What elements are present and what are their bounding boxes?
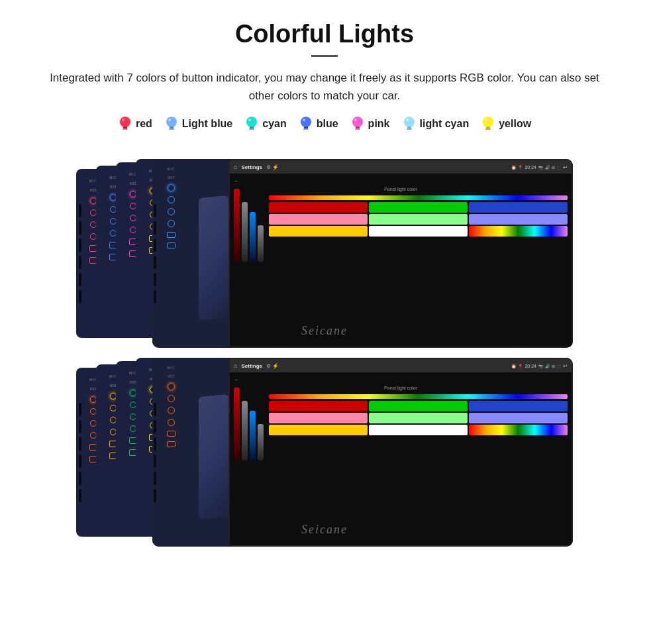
nav-icon: ⊠ bbox=[552, 165, 555, 170]
gray-slider-3[interactable] bbox=[242, 401, 248, 460]
svg-rect-11 bbox=[249, 129, 254, 130]
blue-slider-2[interactable] bbox=[250, 411, 256, 460]
color-label-red: red bbox=[136, 118, 152, 130]
gps-icon: 📍 bbox=[518, 165, 523, 170]
panel-light-label-2: Panel light color bbox=[234, 386, 568, 390]
nav-button[interactable] bbox=[168, 220, 175, 227]
vent-slot bbox=[79, 437, 81, 451]
home-button-2[interactable] bbox=[168, 395, 175, 402]
slider-wrapper bbox=[234, 388, 240, 460]
unit-left-panel-2: MIC RST bbox=[152, 358, 228, 547]
panel-light-label: Panel light color bbox=[234, 187, 568, 191]
color-item-blue: blue bbox=[299, 115, 338, 133]
vent-slot bbox=[79, 204, 81, 217]
bulb-yellow-icon bbox=[481, 115, 495, 133]
device-group-2: MIC RST MIC RST bbox=[17, 358, 632, 547]
device-stack-2: MIC RST MIC RST bbox=[76, 358, 573, 547]
slider-wrapper bbox=[234, 189, 240, 262]
vent-slot bbox=[79, 489, 81, 502]
slider-wrapper bbox=[250, 212, 256, 262]
gray-slider[interactable] bbox=[242, 202, 248, 262]
slider-wrapper bbox=[250, 411, 256, 460]
color-swatch-white-2[interactable] bbox=[369, 425, 468, 435]
screen-content-2: ← Panel light color bbox=[230, 372, 572, 545]
color-swatch-green[interactable] bbox=[369, 202, 468, 213]
mic-label: MIC bbox=[167, 167, 175, 171]
color-item-cyan: cyan bbox=[244, 115, 286, 133]
back-button[interactable] bbox=[168, 208, 175, 215]
color-swatch-blue-2[interactable] bbox=[469, 401, 568, 411]
color-swatch-rainbow-2[interactable] bbox=[469, 425, 568, 435]
screen-topbar-2: ⌂ Settings ⚙ ⚡ ⏰ 📍 20:24 📷 🔊 ⊠ ⬚ ↩ bbox=[230, 359, 572, 372]
vent-slot bbox=[79, 256, 81, 269]
vent-slot bbox=[154, 472, 156, 485]
screen-content-1: ← Panel light color bbox=[230, 174, 572, 347]
vol-button[interactable] bbox=[167, 232, 175, 238]
panel-decor bbox=[199, 394, 228, 519]
color-swatch-red-2[interactable] bbox=[269, 401, 368, 411]
nav-button-2[interactable] bbox=[168, 419, 175, 426]
svg-point-4 bbox=[122, 119, 125, 121]
svg-point-28 bbox=[485, 119, 487, 121]
red-slider-2[interactable] bbox=[234, 388, 240, 460]
time-display-2: 20:24 bbox=[524, 364, 536, 368]
back-button-2[interactable] bbox=[168, 407, 175, 414]
color-swatch-rainbow[interactable] bbox=[469, 226, 568, 237]
color-item-yellow: yellow bbox=[481, 115, 531, 133]
color-swatch-pink-2[interactable] bbox=[269, 413, 368, 423]
vent-slot bbox=[79, 273, 81, 286]
color-swatch-lightgreen-2[interactable] bbox=[369, 413, 468, 423]
bulb-lightcyan-icon bbox=[402, 115, 417, 133]
subtitle: Integrated with 7 colors of button indic… bbox=[40, 69, 609, 105]
screen-title: Settings bbox=[241, 164, 262, 170]
color-swatch-red[interactable] bbox=[269, 202, 368, 213]
status-bar-2: ⏰ 📍 20:24 📷 🔊 ⊠ ⬚ ↩ bbox=[511, 363, 568, 369]
home-icon-2[interactable]: ⌂ bbox=[234, 362, 237, 369]
home-button[interactable] bbox=[168, 196, 175, 203]
unit-left-panel: MIC RST bbox=[152, 159, 228, 348]
red-slider[interactable] bbox=[234, 189, 240, 262]
vol-button-3[interactable] bbox=[167, 431, 175, 437]
power-button[interactable] bbox=[168, 184, 175, 191]
color-swatch-pink[interactable] bbox=[269, 214, 368, 225]
color-swatch-lightgreen[interactable] bbox=[369, 214, 468, 225]
color-swatch-lavender[interactable] bbox=[469, 214, 568, 225]
vent-slot bbox=[154, 221, 156, 235]
svg-point-8 bbox=[168, 119, 171, 121]
vent-slot bbox=[79, 403, 81, 416]
back-arrow[interactable]: ← bbox=[234, 178, 568, 184]
color-swatch-green-2[interactable] bbox=[369, 401, 468, 411]
slider-wrapper bbox=[258, 225, 264, 262]
vent-slot bbox=[154, 420, 156, 433]
vent-slot bbox=[79, 290, 81, 303]
gray-slider-4[interactable] bbox=[258, 424, 264, 460]
color-swatch-white[interactable] bbox=[369, 226, 468, 237]
panel-light-content-2 bbox=[234, 394, 568, 460]
svg-point-3 bbox=[120, 117, 130, 127]
color-item-pink: pink bbox=[350, 115, 390, 133]
android-icon-2: ↩ bbox=[563, 363, 568, 369]
nav-icon-2: ⊠ bbox=[552, 364, 555, 368]
color-grid bbox=[269, 202, 568, 237]
home-icon[interactable]: ⌂ bbox=[234, 164, 237, 170]
back-arrow-2[interactable]: ← bbox=[234, 376, 568, 383]
color-swatch-yellow-2[interactable] bbox=[269, 425, 368, 435]
color-swatch-yellow[interactable] bbox=[269, 226, 368, 237]
page-title: Colorful Lights bbox=[40, 20, 609, 48]
svg-rect-7 bbox=[169, 129, 174, 130]
power-button-2[interactable] bbox=[168, 383, 175, 390]
gray-slider-2[interactable] bbox=[258, 225, 264, 262]
vent-slot bbox=[154, 455, 156, 468]
android-icon: ↩ bbox=[563, 164, 568, 170]
title-divider bbox=[311, 55, 338, 57]
screen-icon: ⬚ bbox=[557, 165, 561, 170]
slider-wrapper bbox=[242, 202, 248, 262]
blue-slider[interactable] bbox=[250, 212, 256, 262]
svg-rect-2 bbox=[123, 129, 128, 130]
color-label-lightblue: Light blue bbox=[182, 118, 232, 130]
vol-button-4[interactable] bbox=[167, 441, 175, 447]
color-swatch-lavender-2[interactable] bbox=[469, 413, 568, 423]
vol-button-2[interactable] bbox=[167, 242, 175, 248]
vent-slot bbox=[79, 472, 81, 485]
color-swatch-blue[interactable] bbox=[469, 202, 568, 213]
